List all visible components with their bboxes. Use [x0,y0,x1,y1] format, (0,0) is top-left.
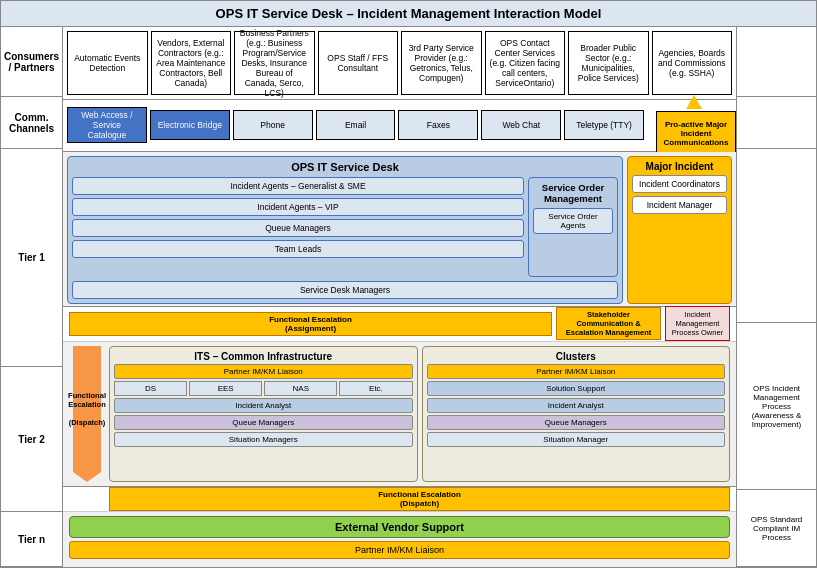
consumer-box-7: Agencies, Boards and Commissions (e.g. S… [652,31,733,95]
consumer-box-5: OPS Contact Center Services (e.g. Citize… [485,31,566,95]
partner-liaison-box: Partner IM/KM Liaison [69,541,730,559]
its-unit-ds: DS [114,381,187,396]
right-label-tier2: OPS Incident Management Process (Awarene… [737,323,816,490]
its-unit-etc: Etc. [339,381,412,396]
left-label-consumers: Consumers / Partners [1,27,62,97]
its-title: ITS – Common Infrastructure [114,351,413,362]
right-label-tiern: OPS Standard Compliant IM Process [737,490,816,567]
clusters-analyst: Incident Analyst [427,398,726,413]
consumer-box-0: Automatic Events Detection [67,31,148,95]
tiern-content: External Vendor Support Partner IM/KM Li… [63,512,736,567]
between-esc-2: Functional Escalation (Dispatch) [109,487,730,511]
ops-desk-title: OPS IT Service Desk [72,161,618,173]
service-order-agents-cell: Service Order Agents [533,208,613,234]
right-label-tier1 [737,149,816,323]
tier1-row-area: OPS IT Service Desk Incident Agents – Ge… [63,152,736,306]
consumer-box-1: Vendors, External Contractors (e.g.: Are… [151,31,232,95]
left-labels: Consumers / Partners Comm. Channels Tier… [1,27,63,567]
between-esc-1: Functional Escalation (Assignment) [69,312,552,336]
consumer-box-4: 3rd Party Service Provider (e.g.: Getron… [401,31,482,95]
proactive-wrapper: Pro-active Major Incident Communications [652,95,736,155]
row-between-2: Functional Escalation (Dispatch) [63,487,736,512]
comm-box-6: Teletype (TTY) [564,110,644,140]
left-label-tiern: Tier n [1,512,62,567]
left-label-comm: Comm. Channels [1,97,62,149]
clusters-partner-liaison: Partner IM/KM Liaison [427,364,726,379]
clusters-queue-managers: Queue Managers [427,415,726,430]
desk-managers-row: Service Desk Managers [72,281,618,299]
its-box: ITS – Common Infrastructure Partner IM/K… [109,346,418,482]
row-tier1: OPS IT Service Desk Incident Agents – Ge… [63,152,736,307]
consumer-box-2: Business Partners (e.g.: Business Progra… [234,31,315,95]
comm-box-1: Electronic Bridge [150,110,230,140]
incident-mgmt-owner: Incident Management Process Owner [665,306,730,341]
stakeholder-comm-box: Stakeholder Communication & Escalation M… [556,307,661,340]
row-consumers: Automatic Events Detection Vendors, Exte… [63,27,736,100]
tier2-content: Functional Escalation (Dispatch) ITS – C… [63,342,736,486]
row-tiern: External Vendor Support Partner IM/KM Li… [63,512,736,567]
vert-arrow-tip [73,472,101,482]
row-tier2: Functional Escalation (Dispatch) ITS – C… [63,342,736,487]
its-unit-nas: NAS [264,381,337,396]
clusters-title: Clusters [427,351,726,362]
vendor-box: External Vendor Support [69,516,730,538]
consumer-box-3: OPS Staff / FFS Consultant [318,31,399,95]
row-comm: Web Access / Service Catalogue Electroni… [63,100,736,152]
comm-box-0: Web Access / Service Catalogue [67,107,147,143]
arrow-up-icon [686,95,702,109]
right-label-comm [737,97,816,149]
main-content: Consumers / Partners Comm. Channels Tier… [1,27,816,567]
ops-right: Service Order Management Service Order A… [528,177,618,277]
comm-proactive: Pro-active Major Incident Communications [656,111,736,155]
comm-inner: Web Access / Service Catalogue Electroni… [63,103,648,147]
incident-agents-vip-cell: Incident Agents – VIP [72,198,524,216]
left-label-tier2: Tier 2 [1,367,62,512]
ops-desk-box: OPS IT Service Desk Incident Agents – Ge… [67,156,623,304]
clusters-box: Clusters Partner IM/KM Liaison Solution … [422,346,731,482]
ops-desk-inner: Incident Agents – Generalist & SME Incid… [72,177,618,277]
comm-box-4: Faxes [398,110,478,140]
consumers-inner: Automatic Events Detection Vendors, Exte… [63,27,736,99]
comm-box-3: Email [316,110,396,140]
its-situation-managers: Situation Managers [114,432,413,447]
queue-managers-cell: Queue Managers [72,219,524,237]
incident-coordinators-cell: Incident Coordinators [632,175,727,193]
right-label-consumers [737,27,816,97]
incident-agents-cell: Incident Agents – Generalist & SME [72,177,524,195]
tier1-top-section: OPS IT Service Desk Incident Agents – Ge… [67,156,732,304]
comm-box-5: Web Chat [481,110,561,140]
left-label-tier1: Tier 1 [1,149,62,367]
vert-arrow-body: Functional Escalation (Dispatch) [73,346,101,472]
team-leads-cell: Team Leads [72,240,524,258]
diagram-wrapper: OPS IT Service Desk – Incident Managemen… [0,0,817,568]
service-order-title: Service Order Management [533,182,613,204]
incident-manager-cell: Incident Manager [632,196,727,214]
its-analyst: Incident Analyst [114,398,413,413]
clusters-situation-manager: Situation Manager [427,432,726,447]
ops-left: Incident Agents – Generalist & SME Incid… [72,177,524,277]
clusters-solution-support: Solution Support [427,381,726,396]
desk-managers-cell: Service Desk Managers [72,281,618,299]
title-bar: OPS IT Service Desk – Incident Managemen… [1,1,816,27]
major-incident-title: Major Incident [632,161,727,172]
its-queue-managers: Queue Managers [114,415,413,430]
functional-esc-arrow: Functional Escalation (Dispatch) [69,346,105,482]
its-partner-liaison: Partner IM/KM Liaison [114,364,413,379]
row-between-1: Functional Escalation (Assignment) Stake… [63,307,736,342]
consumer-box-6: Broader Public Sector (e.g.: Municipalit… [568,31,649,95]
center-area: Automatic Events Detection Vendors, Exte… [63,27,736,567]
its-unit-ees: EES [189,381,262,396]
major-incident-box: Major Incident Incident Coordinators Inc… [627,156,732,304]
comm-box-2: Phone [233,110,313,140]
service-order-section: Service Order Management Service Order A… [528,177,618,277]
its-units-row: DS EES NAS Etc. [114,381,413,396]
right-labels: OPS Incident Management Process (Awarene… [736,27,816,567]
main-title: OPS IT Service Desk – Incident Managemen… [216,6,602,21]
